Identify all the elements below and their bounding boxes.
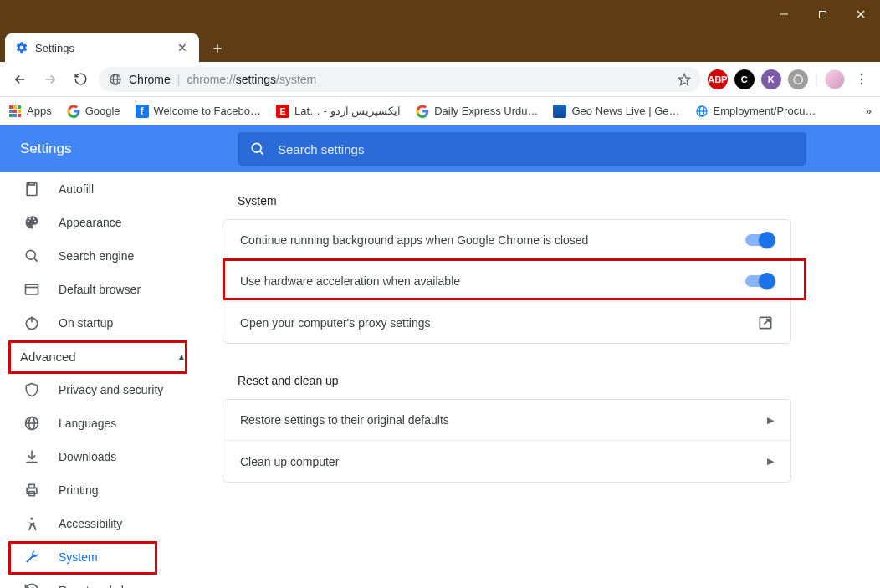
svg-line-25 [34, 258, 38, 262]
omnibox[interactable]: Chrome | chrome://settings/system [99, 67, 701, 92]
svg-point-20 [252, 143, 261, 152]
row-hardware-acceleration[interactable]: Use hardware acceleration when available [223, 261, 790, 302]
sidebar-item-accessibility[interactable]: Accessibility [0, 507, 204, 540]
forward-button[interactable] [38, 68, 62, 91]
chevron-up-icon: ▲ [177, 352, 186, 361]
section-title-system: System [223, 187, 791, 219]
bookmarks-bar: Apps Google f Welcome to Facebo… E Lat… … [0, 97, 880, 125]
settings-title: Settings [20, 141, 238, 157]
extension-icon-2[interactable]: C [734, 69, 755, 89]
svg-rect-13 [18, 110, 21, 113]
express-favicon: E [276, 105, 289, 118]
gear-icon [15, 41, 28, 54]
url-host: Chrome [129, 73, 171, 86]
svg-point-24 [26, 250, 35, 259]
search-icon [249, 141, 266, 157]
svg-rect-14 [9, 114, 13, 117]
sidebar-item-default-browser[interactable]: Default browser [0, 273, 204, 306]
power-icon [23, 314, 40, 331]
tab-strip: Settings ✕ ＋ [0, 28, 880, 62]
svg-rect-11 [9, 110, 13, 113]
settings-app: Settings Autofill Appearance Search [0, 125, 880, 588]
row-restore-defaults[interactable]: Restore settings to their original defau… [223, 400, 790, 441]
bookmark-daily-express[interactable]: Daily Express Urdu… [416, 105, 538, 118]
extension-icon-4[interactable]: ◯ [788, 69, 808, 89]
svg-rect-15 [13, 114, 17, 117]
svg-rect-10 [18, 105, 21, 109]
profile-avatar[interactable] [825, 69, 845, 89]
sidebar-item-languages[interactable]: Languages [0, 406, 204, 440]
sidebar-item-downloads[interactable]: Downloads [0, 440, 204, 473]
system-card: Continue running background apps when Go… [223, 219, 791, 344]
bookmark-geo-news[interactable]: Geo News Live | Ge… [553, 105, 679, 118]
row-background-apps[interactable]: Continue running background apps when Go… [223, 220, 790, 261]
sidebar-item-appearance[interactable]: Appearance [0, 206, 204, 239]
section-title-reset: Reset and clean up [223, 367, 791, 399]
svg-rect-23 [29, 183, 35, 186]
sidebar-item-search-engine[interactable]: Search engine [0, 239, 204, 273]
sidebar-item-system[interactable]: System [0, 540, 204, 574]
reload-button[interactable] [69, 68, 92, 91]
browser-tab-settings[interactable]: Settings ✕ [5, 33, 199, 62]
google-favicon [67, 105, 80, 118]
bookmark-google[interactable]: Google [67, 105, 120, 118]
reset-card: Restore settings to their original defau… [223, 399, 791, 483]
maximize-button[interactable] [803, 0, 842, 28]
browser-toolbar: Chrome | chrome://settings/system ABP C … [0, 62, 880, 97]
row-proxy-settings[interactable]: Open your computer's proxy settings [223, 302, 790, 343]
close-window-button[interactable] [842, 0, 880, 28]
sidebar-item-on-startup[interactable]: On startup [0, 306, 204, 340]
sidebar-section-advanced[interactable]: Advanced ▲ [0, 340, 204, 373]
settings-sidebar[interactable]: Autofill Appearance Search engine Defaul… [0, 172, 204, 588]
extension-icon-3[interactable]: K [761, 69, 781, 89]
bookmarks-overflow-button[interactable]: » [866, 105, 872, 117]
sidebar-item-reset[interactable]: Reset and clean up [0, 574, 204, 588]
chrome-menu-button[interactable]: ⋮ [852, 69, 872, 89]
new-tab-button[interactable]: ＋ [206, 36, 229, 59]
apps-grid-icon [8, 105, 22, 118]
bookmark-express-urdu[interactable]: E Lat… - ایکسپریس اردو [276, 105, 401, 118]
close-tab-icon[interactable]: ✕ [176, 41, 189, 54]
restore-icon [23, 582, 40, 588]
settings-content[interactable]: System Continue running background apps … [204, 172, 880, 588]
settings-search[interactable] [238, 132, 806, 166]
bookmark-employment[interactable]: Employment/Procu… [695, 105, 816, 118]
bookmark-star-icon[interactable] [678, 73, 691, 86]
autofill-icon [23, 181, 40, 197]
svg-rect-9 [13, 105, 17, 109]
chevron-right-icon: ▶ [767, 415, 774, 426]
extension-abp-icon[interactable]: ABP [708, 69, 728, 89]
globe-icon [23, 415, 40, 432]
sidebar-item-autofill[interactable]: Autofill [0, 172, 204, 206]
google-favicon [416, 105, 429, 118]
sidebar-item-printing[interactable]: Printing [0, 473, 204, 507]
sidebar-item-privacy[interactable]: Privacy and security [0, 373, 204, 406]
minimize-button[interactable] [765, 0, 803, 28]
settings-search-input[interactable] [278, 142, 795, 156]
toggle-hardware-acceleration[interactable] [745, 275, 774, 287]
svg-rect-16 [18, 114, 21, 117]
globe-favicon [695, 105, 709, 118]
accessibility-icon [23, 515, 40, 532]
search-icon [23, 248, 40, 264]
bookmark-facebook[interactable]: f Welcome to Facebo… [136, 105, 261, 118]
settings-header: Settings [0, 125, 880, 172]
svg-rect-1 [819, 11, 826, 18]
apps-shortcut[interactable]: Apps [8, 105, 52, 118]
facebook-favicon: f [136, 105, 149, 118]
download-icon [23, 448, 40, 465]
row-cleanup-computer[interactable]: Clean up computer ▶ [223, 441, 790, 482]
back-button[interactable] [8, 68, 32, 91]
svg-rect-26 [26, 284, 38, 294]
palette-icon [23, 214, 40, 231]
toggle-background-apps[interactable] [745, 234, 774, 246]
wrench-icon [23, 549, 40, 565]
chevron-right-icon: ▶ [767, 456, 774, 467]
geo-favicon [553, 105, 566, 118]
svg-rect-12 [13, 110, 17, 113]
svg-marker-7 [678, 74, 689, 84]
site-info-icon[interactable] [109, 73, 122, 86]
external-link-icon [757, 314, 774, 331]
printer-icon [23, 482, 40, 499]
svg-rect-34 [29, 484, 35, 488]
